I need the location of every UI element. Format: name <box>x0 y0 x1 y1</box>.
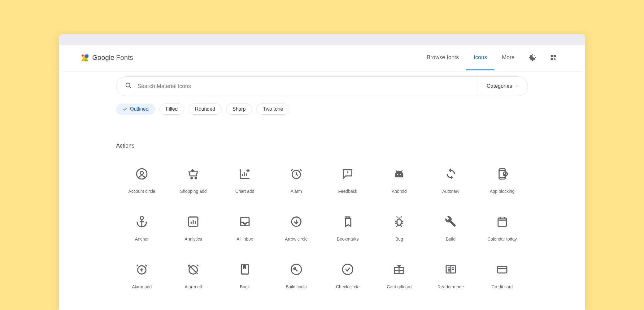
analytics-icon <box>187 215 199 228</box>
svg-rect-1 <box>85 54 89 58</box>
brand-logo[interactable]: Google Fonts <box>80 53 133 62</box>
svg-rect-20 <box>397 219 401 225</box>
svg-point-9 <box>191 177 193 179</box>
card-giftcard-icon <box>393 263 405 276</box>
icon-app-blocking[interactable]: App blocking <box>476 158 528 206</box>
brand-text: Google Fonts <box>92 54 133 62</box>
svg-point-13 <box>400 174 401 175</box>
icon-build[interactable]: Build <box>425 206 476 254</box>
search-bar: Categories <box>116 76 528 96</box>
icon-check-circle[interactable]: Check circle <box>322 254 373 302</box>
feedback-icon <box>342 168 354 180</box>
main-nav: Browse fonts Icons More <box>419 45 564 70</box>
svg-point-2 <box>532 57 533 59</box>
arrow-circle-icon <box>290 215 302 228</box>
content: Categories Outlined Filled Rounded Sharp… <box>59 70 585 302</box>
chevron-down-icon <box>515 84 519 88</box>
chip-sharp[interactable]: Sharp <box>226 104 252 115</box>
fonts-logo-icon <box>80 53 89 62</box>
icon-all-inbox[interactable]: All inbox <box>219 206 271 254</box>
svg-point-6 <box>126 83 130 87</box>
chip-rounded[interactable]: Rounded <box>189 104 222 115</box>
icon-shopping-add[interactable]: Shopping add <box>168 158 219 206</box>
app-blocking-icon <box>496 168 508 180</box>
bug-icon <box>393 215 405 228</box>
bookmarks-icon <box>342 215 354 228</box>
svg-rect-3 <box>551 55 553 57</box>
all-inbox-icon <box>239 215 251 228</box>
icon-alarm[interactable]: Alarm <box>271 158 322 206</box>
icon-card-giftcard[interactable]: Card giftcard <box>373 254 425 302</box>
search-input[interactable] <box>137 83 469 90</box>
anchor-icon <box>136 215 148 228</box>
app-window: Google Fonts Browse fonts Icons More <box>59 34 585 310</box>
icon-reader-mode[interactable]: Reader mode <box>425 254 476 302</box>
build-icon <box>445 215 457 228</box>
icon-anchor[interactable]: Anchor <box>116 206 168 254</box>
svg-point-26 <box>342 264 353 274</box>
icon-chart-add[interactable]: Chart add <box>219 158 271 206</box>
categories-label: Categories <box>487 83 512 89</box>
reader-mode-icon <box>445 263 457 276</box>
dashboard-icon[interactable] <box>543 54 564 61</box>
svg-point-10 <box>195 177 197 179</box>
window-chrome <box>59 34 585 45</box>
icon-book[interactable]: Book <box>219 254 271 302</box>
book-icon <box>239 263 251 276</box>
check-circle-icon <box>342 263 354 276</box>
alarm-add-icon <box>136 263 148 276</box>
check-icon <box>123 107 128 112</box>
icon-bug[interactable]: Bug <box>373 206 425 254</box>
svg-point-16 <box>140 216 143 219</box>
icon-grid: Account circle Shopping add Chart add Al… <box>116 158 528 302</box>
chip-twotone[interactable]: Two tone <box>256 104 289 115</box>
chip-filled[interactable]: Filled <box>159 104 184 115</box>
chart-add-icon <box>239 168 251 180</box>
search-icon <box>125 82 132 90</box>
calendar-today-icon <box>496 215 508 228</box>
style-chips: Outlined Filled Rounded Sharp Two tone <box>116 104 528 115</box>
android-icon <box>393 168 405 180</box>
svg-point-8 <box>140 171 143 175</box>
credit-card-icon <box>496 263 508 276</box>
account-circle-icon <box>136 168 148 180</box>
svg-rect-4 <box>554 55 556 57</box>
icon-alarm-add[interactable]: Alarm add <box>116 254 168 302</box>
icon-feedback[interactable]: Feedback <box>322 158 373 206</box>
icon-analytics[interactable]: Analytics <box>168 206 219 254</box>
icon-credit-card[interactable]: Credit card <box>476 254 528 302</box>
theme-toggle-icon[interactable] <box>522 54 543 61</box>
search-left <box>116 82 478 90</box>
nav-browse-fonts[interactable]: Browse fonts <box>419 45 466 70</box>
autonew-icon <box>445 168 457 180</box>
svg-rect-21 <box>498 218 507 226</box>
svg-rect-5 <box>551 58 553 60</box>
nav-icons[interactable]: Icons <box>466 45 494 70</box>
chip-outlined[interactable]: Outlined <box>116 104 155 115</box>
categories-dropdown[interactable]: Categories <box>478 77 528 96</box>
icon-account-circle[interactable]: Account circle <box>116 158 168 206</box>
icon-calendar-today[interactable]: Calendar today <box>476 206 528 254</box>
icon-bookmarks[interactable]: Bookmarks <box>322 206 373 254</box>
icon-alarm-off[interactable]: Alarm off <box>168 254 219 302</box>
shopping-add-icon <box>187 168 199 180</box>
alarm-off-icon <box>187 263 199 276</box>
section-title: Actions <box>116 143 528 149</box>
header: Google Fonts Browse fonts Icons More <box>59 45 585 70</box>
icon-android[interactable]: Android <box>373 158 425 206</box>
nav-more[interactable]: More <box>494 45 522 70</box>
build-circle-icon <box>290 263 302 276</box>
svg-point-0 <box>82 54 84 56</box>
svg-rect-29 <box>498 266 507 273</box>
svg-point-12 <box>397 174 398 175</box>
alarm-icon <box>290 168 302 180</box>
icon-autonew[interactable]: Autonew <box>425 158 476 206</box>
icon-arrow-circle[interactable]: Arrow circle <box>271 206 322 254</box>
icon-build-circle[interactable]: Build circle <box>271 254 322 302</box>
